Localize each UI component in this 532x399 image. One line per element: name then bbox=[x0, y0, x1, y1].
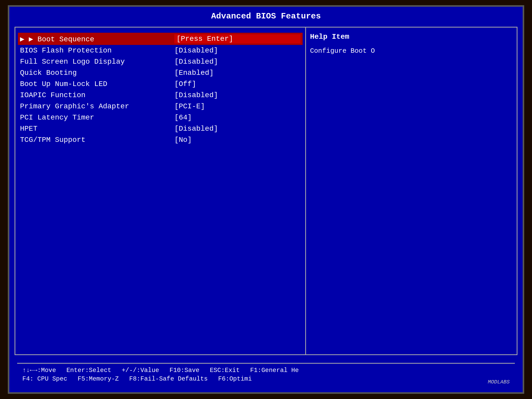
menu-item-label-9: TCG/TPM Support bbox=[20, 136, 174, 144]
menu-item-label-1: BIOS Flash Protection bbox=[20, 46, 174, 55]
menu-item-label-4: Boot Up Num-Lock LED bbox=[20, 80, 174, 88]
menu-item-4[interactable]: Boot Up Num-Lock LED[Off] bbox=[18, 78, 303, 90]
menu-item-6[interactable]: Primary Graphic's Adapter[PCI-E] bbox=[18, 101, 303, 112]
menu-item-5[interactable]: IOAPIC Function[Disabled] bbox=[18, 90, 303, 101]
menu-panel: ▶ Boot Sequence[Press Enter] BIOS Flash … bbox=[15, 28, 306, 354]
bios-screen: Advanced BIOS Features ▶ Boot Sequence[P… bbox=[8, 5, 524, 394]
bottom-key-5: F1:General He bbox=[250, 367, 299, 374]
menu-item-value-9: [No] bbox=[174, 136, 301, 144]
menu-item-value-6: [PCI-E] bbox=[174, 102, 301, 110]
bottom-key2-0: F4: CPU Spec bbox=[22, 375, 67, 382]
menu-item-label-2: Full Screen Logo Display bbox=[20, 58, 174, 66]
menu-item-label-6: Primary Graphic's Adapter bbox=[20, 102, 174, 110]
menu-item-3[interactable]: Quick Booting[Enabled] bbox=[18, 67, 303, 78]
bottom-key-0: ↑↓←→:Move bbox=[22, 367, 56, 374]
menu-item-value-8: [Disabled] bbox=[174, 125, 301, 133]
logo: MODLABS bbox=[488, 379, 510, 385]
menu-item-value-2: [Disabled] bbox=[174, 58, 301, 66]
menu-item-value-4: [Off] bbox=[174, 80, 301, 88]
bottom-row-2: F4: CPU SpecF5:Memory-ZF8:Fail-Safe Defa… bbox=[22, 375, 510, 382]
menu-item-1[interactable]: BIOS Flash Protection[Disabled] bbox=[18, 45, 303, 56]
bottom-key-3: F10:Save bbox=[169, 367, 199, 374]
menu-item-2[interactable]: Full Screen Logo Display[Disabled] bbox=[18, 56, 303, 67]
bottom-key2-2: F8:Fail-Safe Defaults bbox=[129, 375, 208, 382]
menu-item-label-8: HPET bbox=[20, 125, 174, 133]
page-title: Advanced BIOS Features bbox=[9, 7, 523, 24]
bottom-key2-1: F5:Memory-Z bbox=[78, 375, 119, 382]
menu-item-label-7: PCI Latency Timer bbox=[20, 114, 174, 122]
menu-item-7[interactable]: PCI Latency Timer[64] bbox=[18, 112, 303, 123]
menu-item-0[interactable]: ▶ Boot Sequence[Press Enter] bbox=[18, 33, 303, 45]
bottom-row-1: ↑↓←→:MoveEnter:Select+/-/:ValueF10:SaveE… bbox=[22, 367, 510, 374]
menu-item-9[interactable]: TCG/TPM Support[No] bbox=[18, 134, 303, 145]
menu-item-label-0: ▶ Boot Sequence bbox=[20, 35, 174, 43]
help-title: Help Item bbox=[310, 33, 513, 41]
bottom-key-1: Enter:Select bbox=[66, 367, 111, 374]
bottom-bar: ↑↓←→:MoveEnter:Select+/-/:ValueF10:SaveE… bbox=[17, 363, 515, 387]
bottom-key-4: ESC:Exit bbox=[210, 367, 240, 374]
title-text: Advanced BIOS Features bbox=[211, 11, 321, 21]
bottom-key-2: +/-/:Value bbox=[122, 367, 159, 374]
menu-item-value-0: [Press Enter] bbox=[174, 34, 301, 43]
main-content: ▶ Boot Sequence[Press Enter] BIOS Flash … bbox=[15, 27, 517, 355]
menu-item-value-1: [Disabled] bbox=[174, 46, 301, 55]
menu-item-label-5: IOAPIC Function bbox=[20, 91, 174, 99]
help-panel: Help Item Configure Boot O bbox=[306, 28, 517, 354]
menu-item-label-3: Quick Booting bbox=[20, 69, 174, 77]
menu-item-value-3: [Enabled] bbox=[174, 69, 301, 77]
menu-item-value-7: [64] bbox=[174, 114, 301, 122]
menu-item-8[interactable]: HPET[Disabled] bbox=[18, 123, 303, 134]
bottom-key2-3: F6:Optimi bbox=[218, 375, 252, 382]
menu-item-value-5: [Disabled] bbox=[174, 91, 301, 99]
help-text: Configure Boot O bbox=[310, 46, 513, 56]
